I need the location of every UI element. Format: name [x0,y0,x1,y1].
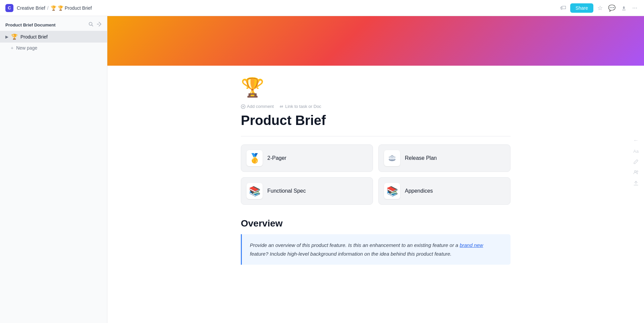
brand-new-link[interactable]: brand new [460,242,483,248]
tag-icon-button[interactable]: 🏷 [559,3,568,13]
sidebar-search-button[interactable] [88,21,94,28]
document-title: Product Brief [241,113,511,128]
svg-line-4 [99,24,101,26]
share-button[interactable]: Share [570,3,593,13]
sidebar-item-label: Product Brief [20,34,48,40]
subpage-icon-2pager: 🥇 [247,150,263,166]
topbar-actions: 🏷 Share ☆ 💬 ··· [559,3,639,13]
svg-line-3 [99,22,101,24]
content-area: 🏆 Add comment Link to task or Doc Produc… [107,16,644,323]
subpage-icon-release-plan [384,150,400,166]
sidebar-new-page[interactable]: + New page [0,43,107,53]
subpage-label-2pager: 2-Pager [267,155,286,161]
link-task-button[interactable]: Link to task or Doc [279,104,321,109]
subpage-label-appendices: Appendices [405,188,433,194]
breadcrumb: C Creative Brief / 🏆 🏆 Product Brief [5,4,92,12]
overview-block: Provide an overview of this product feat… [241,234,511,265]
sidebar: Product Brief Document ▶ 🏆 Product Brief… [0,16,107,323]
collapse-right-button[interactable]: ← [633,137,639,143]
svg-line-1 [92,25,93,26]
download-button[interactable] [620,4,628,12]
breadcrumb-parent[interactable]: Creative Brief [15,5,45,11]
overview-title: Overview [241,218,511,229]
subpage-label-functional-spec: Functional Spec [267,188,306,194]
sidebar-collapse-button[interactable] [96,21,102,28]
sidebar-chevron-icon: ▶ [5,35,8,39]
font-size-button[interactable]: Aa [633,149,639,154]
topbar: C Creative Brief / 🏆 🏆 Product Brief 🏷 S… [0,0,644,16]
document-content: 🏆 Add comment Link to task or Doc Produc… [225,66,527,285]
subpage-label-release-plan: Release Plan [405,155,437,161]
hero-banner [107,16,644,66]
plus-icon: + [11,45,13,51]
document-actions: Add comment Link to task or Doc [241,104,511,109]
svg-point-8 [635,171,636,172]
edit-button[interactable] [633,159,639,165]
breadcrumb-current[interactable]: 🏆 🏆 Product Brief [51,5,92,11]
sidebar-header-icons [88,21,102,28]
subpage-icon-appendices: 📚 [384,183,400,199]
right-controls: ← Aa [633,137,639,186]
sidebar-title: Product Brief Document [5,22,56,27]
section-divider [241,136,511,136]
bookmark-button[interactable]: ☆ [596,3,604,13]
sidebar-header: Product Brief Document [0,16,107,31]
breadcrumb-separator: / [47,5,49,11]
subpage-card-release-plan[interactable]: Release Plan [378,144,511,172]
document-emoji: 🏆 [241,76,511,99]
subpages-grid: 🥇 2-Pager Release Plan [241,144,511,205]
sidebar-item-emoji: 🏆 [11,34,18,40]
main-layout: Product Brief Document ▶ 🏆 Product Brief… [0,16,644,323]
more-button[interactable]: ··· [631,3,639,13]
subpage-card-appendices[interactable]: 📚 Appendices [378,177,511,205]
overview-text: Provide an overview of this product feat… [250,241,502,258]
subpage-card-functional-spec[interactable]: 📚 Functional Spec [241,177,373,205]
sidebar-item-product-brief[interactable]: ▶ 🏆 Product Brief [0,31,107,43]
subpage-card-2pager[interactable]: 🥇 2-Pager [241,144,373,172]
share-panel-button[interactable] [633,181,639,186]
add-comment-button[interactable]: Add comment [241,104,274,109]
svg-point-9 [637,171,638,172]
workspace-icon: C [5,4,13,12]
collaborators-button[interactable] [633,170,639,175]
chat-button[interactable]: 💬 [607,3,617,13]
new-page-label: New page [16,45,37,51]
subpage-icon-functional-spec: 📚 [247,183,263,199]
